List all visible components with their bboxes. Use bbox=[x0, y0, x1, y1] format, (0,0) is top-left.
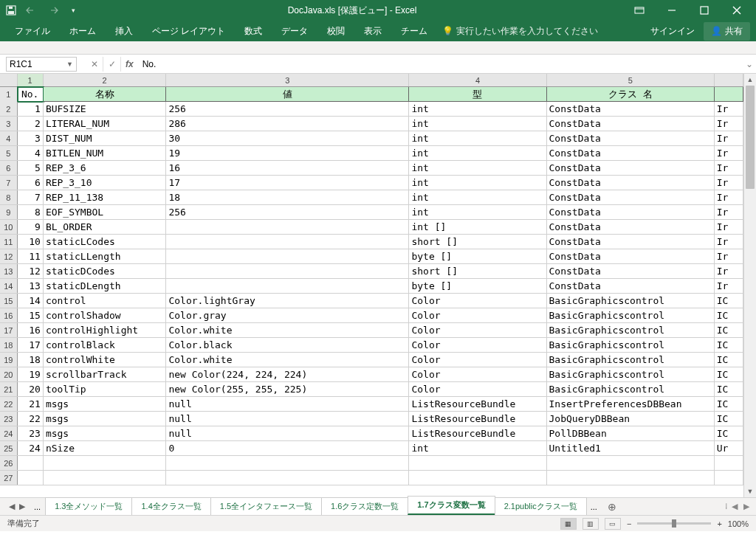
tab-data[interactable]: データ bbox=[272, 21, 317, 41]
cell[interactable]: Ur bbox=[715, 441, 743, 455]
cell[interactable]: null bbox=[166, 412, 409, 426]
zoom-level[interactable]: 100% bbox=[728, 519, 749, 528]
cell[interactable] bbox=[715, 456, 743, 470]
cell[interactable]: ListResourceBundle bbox=[409, 397, 546, 411]
cell[interactable]: Ir bbox=[715, 235, 743, 249]
formula-enter-icon[interactable]: ✓ bbox=[103, 57, 121, 72]
col-header[interactable]: 1 bbox=[18, 74, 44, 86]
cell[interactable] bbox=[715, 471, 743, 485]
cell[interactable]: IC bbox=[715, 397, 743, 411]
zoom-out-button[interactable]: − bbox=[627, 519, 631, 528]
cell[interactable]: IC bbox=[715, 323, 743, 337]
row-header[interactable]: 17 bbox=[0, 323, 18, 337]
tab-formulas[interactable]: 数式 bbox=[236, 21, 271, 41]
cell[interactable] bbox=[166, 264, 409, 278]
row-header[interactable]: 5 bbox=[0, 146, 18, 160]
undo-icon[interactable] bbox=[25, 4, 38, 17]
cell[interactable]: Untitled1 bbox=[547, 441, 715, 455]
cell[interactable]: 6 bbox=[18, 176, 44, 190]
row-header[interactable]: 8 bbox=[0, 190, 18, 204]
cell[interactable]: 3 bbox=[18, 131, 44, 145]
cell[interactable]: IC bbox=[715, 426, 743, 440]
cell[interactable]: ListResourceBundle bbox=[409, 426, 546, 440]
cell[interactable]: new Color(224, 224, 224) bbox=[166, 367, 409, 381]
cell[interactable]: Ir bbox=[715, 176, 743, 190]
view-page-break-icon[interactable]: ▭ bbox=[605, 518, 621, 530]
cell[interactable]: 256 bbox=[166, 102, 409, 116]
col-header[interactable]: 3 bbox=[166, 74, 409, 86]
row-header[interactable]: 22 bbox=[0, 397, 18, 411]
sheet-tab[interactable]: 1.7クラス変数一覧 bbox=[408, 496, 495, 515]
formula-cancel-icon[interactable]: ✕ bbox=[86, 57, 103, 72]
cell[interactable]: Ir bbox=[715, 131, 743, 145]
cell[interactable]: 1 bbox=[18, 102, 44, 116]
zoom-slider[interactable] bbox=[637, 522, 711, 525]
cell[interactable]: BasicGraphicscontrol bbox=[547, 294, 715, 308]
cell[interactable]: LITERAL_NUM bbox=[44, 117, 167, 131]
cell[interactable]: InsertPreferencesDBBean bbox=[547, 397, 715, 411]
cell[interactable]: Ir bbox=[715, 279, 743, 293]
col-header[interactable]: 5 bbox=[547, 74, 715, 86]
signin-link[interactable]: サインイン bbox=[650, 25, 695, 38]
formula-expand-icon[interactable]: ⌄ bbox=[743, 59, 756, 69]
cell[interactable]: 17 bbox=[18, 338, 44, 352]
cell[interactable]: 22 bbox=[18, 412, 44, 426]
tell-me[interactable]: 💡 実行したい作業を入力してください bbox=[442, 25, 598, 38]
cell[interactable]: IC bbox=[715, 382, 743, 396]
cell[interactable]: 15 bbox=[18, 308, 44, 322]
cell[interactable]: BITLEN_NUM bbox=[44, 146, 167, 160]
cell[interactable]: BasicGraphicscontrol bbox=[547, 323, 715, 337]
cell[interactable]: 7 bbox=[18, 190, 44, 204]
cell[interactable]: 5 bbox=[18, 161, 44, 175]
cell[interactable]: Color bbox=[409, 353, 546, 367]
cell[interactable] bbox=[547, 456, 715, 470]
cell[interactable]: Ir bbox=[715, 117, 743, 131]
cell[interactable]: PollDBBean bbox=[547, 426, 715, 440]
sheet-tab[interactable]: 2.1publicクラス一覧 bbox=[495, 497, 587, 515]
vertical-scrollbar[interactable]: ▲ ▼ bbox=[743, 74, 756, 497]
cell[interactable]: ConstData bbox=[547, 279, 715, 293]
cell[interactable]: int bbox=[409, 117, 546, 131]
row-header[interactable]: 12 bbox=[0, 249, 18, 263]
cell[interactable]: 30 bbox=[166, 131, 409, 145]
row-header[interactable]: 15 bbox=[0, 294, 18, 308]
cell[interactable]: ConstData bbox=[547, 264, 715, 278]
cell[interactable]: scrollbarTrack bbox=[44, 367, 167, 381]
cell[interactable]: int bbox=[409, 102, 546, 116]
cell[interactable]: int bbox=[409, 131, 546, 145]
tab-review[interactable]: 校閲 bbox=[318, 21, 354, 41]
cell[interactable] bbox=[715, 87, 743, 102]
cell[interactable]: 20 bbox=[18, 382, 44, 396]
cell[interactable]: Color bbox=[409, 308, 546, 322]
sheet-tab[interactable]: 1.5全インタフェース一覧 bbox=[210, 497, 322, 515]
cell[interactable]: Color.white bbox=[166, 353, 409, 367]
cell[interactable]: 型 bbox=[409, 87, 546, 102]
cell[interactable]: Color.white bbox=[166, 323, 409, 337]
cell[interactable]: Color bbox=[409, 294, 546, 308]
cell[interactable]: byte [] bbox=[409, 249, 546, 263]
cell[interactable]: controlShadow bbox=[44, 308, 167, 322]
scroll-up-icon[interactable]: ▲ bbox=[744, 74, 756, 86]
row-header[interactable]: 13 bbox=[0, 264, 18, 278]
sheet-tab[interactable]: 1.6クラス定数一覧 bbox=[321, 497, 408, 515]
row-header[interactable]: 4 bbox=[0, 131, 18, 145]
cell[interactable]: クラス 名 bbox=[547, 87, 715, 102]
cell[interactable] bbox=[44, 456, 167, 470]
row-header[interactable]: 23 bbox=[0, 412, 18, 426]
row-header[interactable]: 21 bbox=[0, 382, 18, 396]
share-button[interactable]: 👤 共有 bbox=[704, 22, 750, 41]
cell[interactable]: toolTip bbox=[44, 382, 167, 396]
row-header[interactable]: 9 bbox=[0, 205, 18, 219]
qat-customize-icon[interactable]: ▾ bbox=[66, 4, 80, 17]
cell[interactable]: 24 bbox=[18, 441, 44, 455]
cell[interactable]: IC bbox=[715, 353, 743, 367]
cell[interactable]: staticLLength bbox=[44, 249, 167, 263]
cell[interactable]: ConstData bbox=[547, 161, 715, 175]
cell[interactable]: ConstData bbox=[547, 146, 715, 160]
close-button[interactable] bbox=[722, 1, 752, 19]
tab-home[interactable]: ホーム bbox=[61, 21, 105, 41]
cell[interactable] bbox=[18, 456, 44, 470]
sheet-prev-icon[interactable]: ◀ bbox=[9, 502, 15, 511]
cell[interactable]: BasicGraphicscontrol bbox=[547, 308, 715, 322]
hscroll-right-icon[interactable]: ▶ bbox=[741, 502, 752, 511]
